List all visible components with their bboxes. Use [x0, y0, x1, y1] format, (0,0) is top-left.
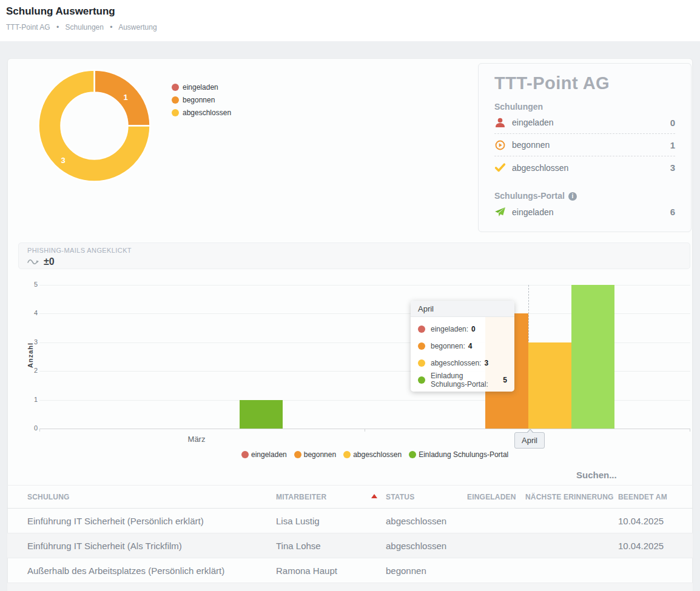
cell-schulung: Außerhalb des Arbeitsplatzes (Persönlich…: [7, 558, 276, 583]
stat-value: 0: [670, 118, 675, 128]
play-circle-icon: [494, 140, 506, 150]
x-category-maerz[interactable]: März: [110, 435, 283, 444]
cell-eingeladen: [467, 533, 525, 558]
cell-beendet-am: 10.04.2025: [618, 533, 693, 558]
cell-schulung: Einführung IT Sicherheit (Persönlich erk…: [7, 509, 276, 533]
tooltip-label: begonnen:: [431, 342, 465, 350]
breadcrumb-auswertung: Auswertung: [118, 23, 156, 32]
column-header-eingeladen[interactable]: EINGELADEN: [467, 486, 525, 509]
column-header-status[interactable]: STATUS: [386, 486, 467, 509]
x-category-april-highlighted[interactable]: April: [514, 432, 545, 449]
legend-item-eingeladen[interactable]: eingeladen: [241, 450, 287, 459]
column-header-schulung[interactable]: SCHULUNG: [7, 486, 276, 509]
cell-eingeladen: [467, 558, 525, 583]
column-header-beendet-am[interactable]: BEENDET AM: [618, 486, 693, 509]
check-icon: [494, 162, 506, 173]
tooltip-title: April: [411, 301, 514, 317]
legend-dot-abgeschlossen-icon: [343, 451, 351, 458]
donut-value-begonnen: 1: [123, 93, 127, 102]
cell-beendet-am: [618, 558, 693, 583]
stat-label: abgeschlossen: [512, 163, 568, 173]
donut-legend-item[interactable]: begonnen: [172, 93, 231, 106]
legend-dot-abgeschlossen-icon: [172, 109, 179, 116]
cell-mitarbeiter: Lisa Lustig: [276, 509, 386, 533]
stat-label: eingeladen: [512, 118, 554, 127]
cell-schulung: Einführung IT Sicherheit (Als Trickfilm): [7, 533, 276, 558]
stat-row-portal-eingeladen: eingeladen 6: [494, 201, 675, 223]
legend-item-begonnen[interactable]: begonnen: [294, 450, 336, 459]
table-row[interactable]: Einführung IT Sicherheit (Persönlich erk…: [7, 509, 693, 533]
donut-legend-label: begonnen: [183, 96, 215, 104]
phishing-label: PHISHING-MAILS ANGEKLICKT: [27, 247, 132, 254]
legend-item-abgeschlossen[interactable]: abgeschlossen: [343, 450, 402, 459]
cell-schulung: [7, 583, 276, 591]
legend-item-portal[interactable]: Einladung Schulungs-Portal: [409, 450, 508, 459]
column-header-naechste-erinnerung[interactable]: NÄCHSTE ERINNERUNG: [525, 486, 618, 509]
cell-status: abgeschlossen: [386, 533, 467, 558]
cell-naechste-erinnerung: [525, 533, 618, 558]
legend-dot-portal-icon: [418, 376, 425, 384]
breadcrumb-company[interactable]: TTT-Point AG: [6, 23, 50, 32]
tooltip-row: begonnen: 4: [418, 338, 507, 355]
legend-dot-begonnen-icon: [418, 342, 425, 350]
legend-dot-eingeladen-icon: [418, 326, 425, 333]
table-row[interactable]: Einführung IT Sicherheit (Als Trickfilm)…: [7, 533, 693, 558]
column-header-mitarbeiter[interactable]: MITARBEITER: [276, 486, 386, 509]
tooltip-value: 4: [468, 342, 473, 350]
table-row[interactable]: Außerhalb des Arbeitsplatzes (Persönlich…: [7, 558, 693, 583]
y-tick: 3: [18, 338, 38, 346]
tooltip-label: abgeschlossen:: [431, 359, 481, 367]
donut-legend-label: eingeladen: [183, 83, 218, 92]
donut-legend-label: abgeschlossen: [183, 109, 231, 117]
phishing-value: ±0: [44, 256, 55, 267]
stat-label: begonnen: [512, 140, 550, 150]
search-input[interactable]: [576, 467, 690, 482]
cell-naechste-erinnerung: [525, 558, 618, 583]
sort-ascending-icon: [371, 494, 377, 498]
bar-April-abgeschlossen[interactable]: [528, 342, 571, 429]
donut-chart: 1 3: [38, 69, 151, 182]
cell-eingeladen: [467, 509, 525, 533]
breadcrumb-schulungen[interactable]: Schulungen: [66, 23, 104, 32]
legend-label: abgeschlossen: [353, 450, 402, 459]
cell-mitarbeiter: Ramona Haupt: [276, 558, 386, 583]
cell-naechste-erinnerung: [525, 583, 618, 591]
donut-legend-item[interactable]: abgeschlossen: [172, 106, 231, 119]
tooltip-row: Einladung Schulungs-Portal: 5: [418, 372, 507, 389]
company-title: TTT-Point AG: [494, 72, 675, 94]
bar-chart: Anzahl 5 4 3 2 1 0 März April April eing…: [0, 276, 700, 465]
schulungen-heading: Schulungen: [494, 102, 675, 112]
schulungen-table: SCHULUNG MITARBEITER STATUS EINGELADEN N…: [7, 485, 693, 591]
cell-beendet-am: [618, 583, 693, 591]
tooltip-value: 5: [503, 376, 507, 384]
donut-legend: eingeladen begonnen abgeschlossen: [172, 81, 231, 119]
y-tick: 4: [18, 309, 38, 316]
legend-label: Einladung Schulungs-Portal: [419, 450, 508, 459]
stat-value: 1: [670, 140, 675, 150]
tooltip-label: eingeladen:: [431, 325, 468, 333]
donut-slice-begonnen[interactable]: [95, 70, 150, 126]
bar-März-Einladung Schulungs-Portal[interactable]: [240, 400, 283, 429]
legend-dot-begonnen-icon: [172, 96, 179, 104]
x-axis-tick: [39, 429, 40, 432]
legend-dot-abgeschlossen-icon: [418, 359, 425, 367]
bar-April-Einladung Schulungs-Portal[interactable]: [571, 285, 614, 429]
legend-dot-portal-icon: [409, 451, 416, 458]
donut-legend-item[interactable]: eingeladen: [172, 81, 231, 93]
bar-chart-legend: eingeladen begonnen abgeschlossen Einlad…: [241, 450, 508, 459]
table-header-row: SCHULUNG MITARBEITER STATUS EINGELADEN N…: [7, 486, 693, 509]
legend-label: begonnen: [304, 450, 336, 459]
table-row[interactable]: [7, 583, 693, 591]
stat-value: 6: [670, 207, 675, 217]
cell-naechste-erinnerung: [525, 509, 618, 533]
breadcrumb-separator: •: [110, 23, 112, 32]
legend-label: eingeladen: [251, 450, 287, 459]
info-icon[interactable]: i: [568, 192, 577, 201]
page-title: Schulung Auswertung: [6, 5, 115, 18]
legend-dot-eingeladen-icon: [241, 451, 249, 458]
y-tick: 2: [18, 367, 38, 374]
chart-tooltip: April eingeladen: 0 begonnen: 4 abgeschl…: [411, 301, 514, 392]
tooltip-row: eingeladen: 0: [418, 321, 507, 338]
tooltip-label: Einladung Schulungs-Portal:: [431, 372, 500, 389]
y-tick: 0: [18, 424, 38, 432]
